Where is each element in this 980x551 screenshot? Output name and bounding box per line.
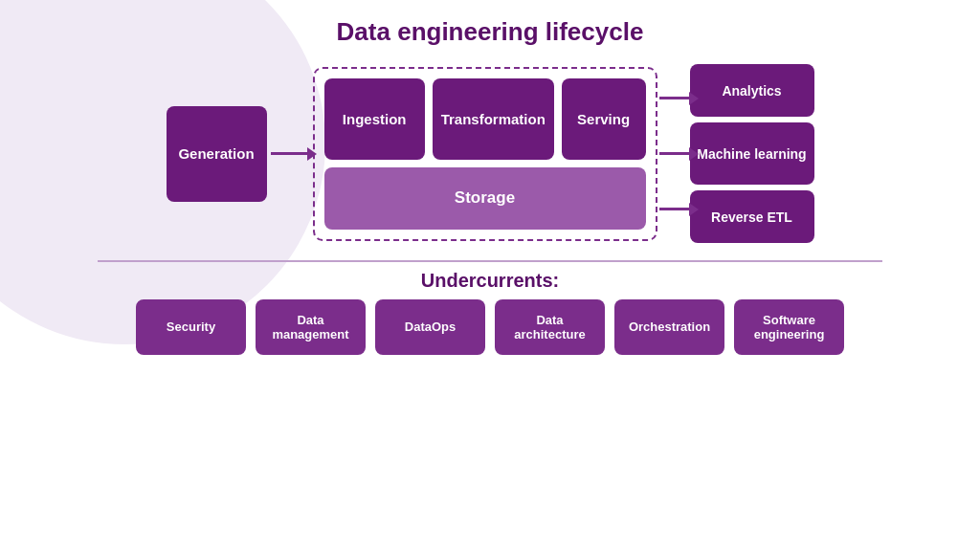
- undercurrent-dataops: DataOps: [375, 299, 485, 355]
- ingestion-box: Ingestion: [324, 78, 425, 160]
- serving-box: Serving: [562, 78, 646, 160]
- generation-box: Generation: [167, 106, 267, 202]
- undercurrents-boxes: Security Data management DataOps Data ar…: [136, 299, 844, 355]
- undercurrents-title: Undercurrents:: [421, 270, 559, 292]
- undercurrent-security: Security: [136, 299, 246, 355]
- undercurrent-software-engineering: Software engineering: [734, 299, 844, 355]
- analytics-box: Analytics: [690, 64, 814, 117]
- reverse-etl-box: Reverse ETL: [690, 190, 814, 243]
- undercurrent-data-architecture: Data architecture: [495, 299, 605, 355]
- lifecycle-diagram: Generation Ingestion Transformation Serv…: [29, 64, 951, 243]
- undercurrents-section: Undercurrents: Security Data management …: [29, 270, 951, 355]
- arrow-to-etl: [659, 208, 690, 210]
- dashed-lifecycle-container: Ingestion Transformation Serving Storage: [313, 67, 657, 241]
- page-title: Data engineering lifecycle: [337, 17, 644, 47]
- undercurrent-data-management: Data management: [256, 299, 366, 355]
- section-divider: [98, 260, 881, 262]
- transformation-box: Transformation: [433, 78, 554, 160]
- main-container: Data engineering lifecycle Generation In…: [0, 0, 980, 551]
- storage-box: Storage: [324, 167, 646, 230]
- arrow-to-ml: [659, 152, 690, 155]
- undercurrent-orchestration: Orchestration: [614, 299, 724, 355]
- top-row: Ingestion Transformation Serving: [324, 78, 646, 160]
- machine-learning-box: Machine learning: [690, 122, 814, 185]
- right-outputs: Analytics Machine learning Reverse ETL: [690, 64, 814, 243]
- arrows-to-outputs: [659, 70, 690, 237]
- arrow-gen-to-dashed: [271, 152, 309, 155]
- arrow-to-analytics: [659, 97, 690, 99]
